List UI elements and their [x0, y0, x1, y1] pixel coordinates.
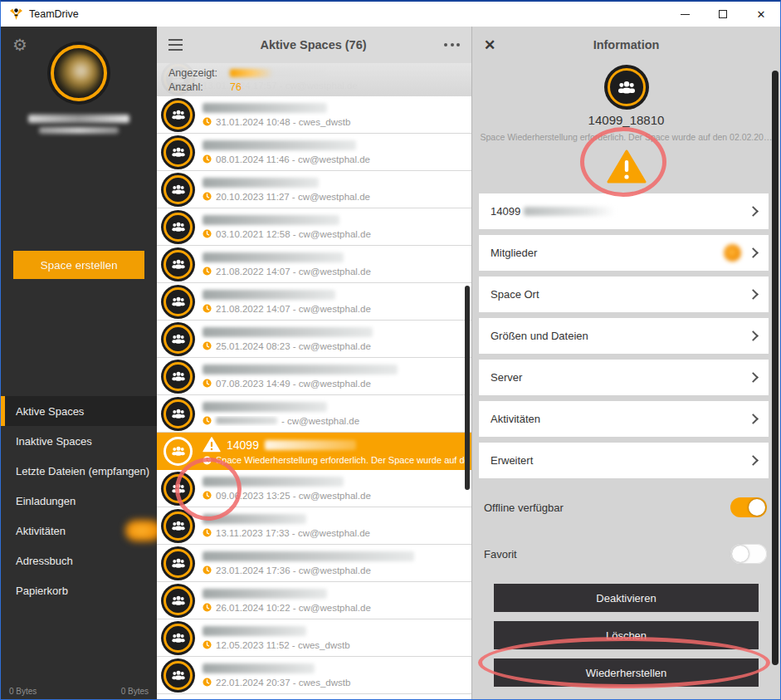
minimize-button[interactable]	[666, 2, 704, 27]
group-icon	[164, 586, 193, 615]
space-list-item-selected[interactable]: 14099 Space Wiederherstellung erforderli…	[157, 433, 471, 470]
clock-icon	[203, 379, 212, 388]
spaces-list-area: 140 13.01.2024 17:57 - cw@westphal.de An…	[157, 63, 471, 700]
space-title-redacted	[203, 140, 356, 150]
info-row-erweitert[interactable]: Erweitert	[479, 443, 769, 478]
info-row-aktivit-ten[interactable]: Aktivitäten	[479, 401, 769, 437]
sidebar-item-letzte-dateien-empfangen[interactable]: Letzte Dateien (empfangen)	[1, 456, 157, 486]
space-list-item[interactable]: 03.10.2021 12:58 - cw@westphal.de	[157, 208, 471, 246]
clock-icon	[203, 640, 212, 649]
hamburger-icon[interactable]	[168, 39, 183, 51]
group-icon	[164, 362, 193, 391]
info-row-server[interactable]: Server	[479, 360, 769, 395]
space-list-item[interactable]: 25.01.2024 08:23 - cw@westphal.de	[157, 321, 471, 358]
deaktivieren-button[interactable]: Deaktivieren	[494, 584, 759, 612]
space-date-user: 13.11.2023 17:33 - cw@westphal.de	[216, 528, 370, 538]
sidebar-item-einladungen[interactable]: Einladungen	[1, 486, 157, 516]
space-list-item[interactable]: 23.01.2024 17:36 - cw@westphal.de	[157, 545, 471, 582]
wiederherstellen-button[interactable]: Wiederherstellen	[494, 658, 759, 687]
more-options-icon[interactable]	[444, 43, 460, 47]
sidebar-item-aktive-spaces[interactable]: Aktive Spaces	[1, 396, 157, 426]
sidebar-item-papierkorb[interactable]: Papierkorb	[1, 575, 157, 605]
space-date-line: 26.01.2024 10:22 - cw@westphal.de	[203, 603, 465, 613]
space-list-item[interactable]: 07.08.2023 14:49 - cw@westphal.de	[157, 358, 471, 395]
chevron-right-icon	[748, 330, 759, 341]
sidebar-item-aktivit-ten[interactable]: Aktivitäten	[1, 516, 157, 546]
space-title-redacted	[203, 477, 344, 487]
clock-icon	[203, 565, 212, 575]
space-list-item[interactable]: 21.08.2022 14:07 - cw@westphal.de	[157, 283, 471, 321]
space-list-item[interactable]: 20.10.2023 11:27 - cw@westphal.de	[157, 171, 471, 208]
clock-icon	[203, 267, 212, 276]
sidebar-item-label: Aktive Spaces	[16, 405, 84, 418]
space-list-item[interactable]: 21.08.2022 14:07 - cw@westphal.de	[157, 246, 471, 283]
sidebar-item-label: Letzte Dateien (empfangen)	[16, 465, 149, 477]
people-group-glyph	[170, 330, 187, 347]
spaces-scrollbar-thumb[interactable]	[465, 286, 470, 490]
people-group-glyph	[170, 629, 187, 646]
group-icon	[164, 399, 193, 428]
space-list-item[interactable]: 31.01.2024 10:48 - cwes_dwstb	[157, 96, 471, 134]
info-row-label: Erweitert	[491, 454, 533, 467]
people-group-glyph	[170, 181, 187, 198]
space-list-item[interactable]: 13.11.2023 17:33 - cw@westphal.de	[157, 507, 471, 545]
people-group-glyph	[170, 405, 187, 422]
info-row-space-ort[interactable]: Space Ort	[479, 277, 769, 312]
people-group-glyph	[170, 293, 187, 310]
window-title: TeamDrive	[29, 8, 79, 20]
space-date-user: 09.06.2023 13:25 - cw@westphal.de	[216, 491, 371, 501]
space-row-content: 20.10.2023 11:27 - cw@westphal.de	[203, 178, 465, 202]
info-row-mitglieder[interactable]: Mitglieder	[479, 235, 769, 271]
create-space-button[interactable]: Space erstellen	[13, 251, 144, 279]
group-icon	[164, 549, 193, 578]
user-avatar[interactable]	[51, 45, 107, 101]
close-button[interactable]: ✕	[742, 2, 780, 27]
space-date-line: 21.08.2022 14:07 - cw@westphal.de	[203, 304, 465, 314]
minimize-icon	[681, 14, 690, 15]
space-list-item[interactable]: 22.01.2024 20:37 - cwes_dwstb	[157, 657, 471, 694]
space-row-content: 25.01.2024 08:23 - cw@westphal.de	[203, 327, 465, 351]
space-warning-text: Space Wiederherstellung erforderlich. De…	[477, 132, 776, 142]
space-date-line: 07.08.2023 14:49 - cw@westphal.de	[203, 379, 465, 389]
space-title-redacted	[265, 440, 356, 450]
people-group-glyph	[170, 517, 187, 534]
sidebar-item-label: Adressbuch	[16, 555, 73, 567]
close-panel-icon[interactable]: ✕	[484, 37, 500, 54]
group-icon	[164, 138, 193, 167]
people-group-glyph	[616, 76, 637, 98]
space-date-line: 09.06.2023 13:25 - cw@westphal.de	[203, 491, 465, 501]
space-list-item[interactable]: 08.01.2024 11:46 - cw@westphal.de	[157, 134, 471, 171]
toggle-favorit[interactable]	[730, 544, 767, 564]
space-title-redacted	[203, 252, 344, 262]
space-date-line: 31.01.2024 10:48 - cwes_dwstb	[203, 117, 465, 127]
maximize-button[interactable]	[704, 2, 742, 27]
space-row-content: - cw@westphal.de	[203, 402, 465, 426]
chevron-right-icon	[748, 414, 759, 424]
space-row-content: 08.01.2024 11:46 - cw@westphal.de	[203, 140, 465, 164]
sidebar-item-adressbuch[interactable]: Adressbuch	[1, 546, 157, 575]
space-list-item[interactable]: 09.06.2023 13:25 - cw@westphal.de	[157, 470, 471, 507]
info-row-14099[interactable]: 14099	[479, 193, 769, 229]
space-warning-subtitle-text: Space Wiederherstellung erforderlich. De…	[216, 455, 465, 465]
shown-value-redacted	[230, 69, 273, 77]
gear-icon[interactable]: ⚙	[12, 35, 27, 55]
space-list-item[interactable]: 12.05.2023 11:52 - cwes_dwstb	[157, 619, 471, 657]
chevron-right-icon	[748, 455, 759, 466]
info-scrollbar-thumb[interactable]	[772, 71, 779, 665]
group-icon	[164, 287, 193, 316]
info-row-gr-en-und-dateien[interactable]: Größen und Dateien	[479, 318, 769, 354]
group-icon	[164, 474, 193, 503]
space-date-line: 12.05.2023 11:52 - cwes_dwstb	[203, 640, 465, 650]
clock-icon	[203, 678, 212, 687]
space-title-redacted	[203, 626, 306, 636]
people-group-glyph	[170, 592, 187, 609]
sidebar-item-inaktive-spaces[interactable]: Inaktive Spaces	[1, 426, 157, 456]
clock-icon	[203, 528, 212, 537]
space-list-item[interactable]: - cw@westphal.de	[157, 395, 471, 433]
space-title-line: 14099	[203, 437, 465, 453]
space-list-item[interactable]: 26.01.2024 10:22 - cw@westphal.de	[157, 582, 471, 619]
space-row-content: 12.05.2023 11:52 - cwes_dwstb	[203, 626, 465, 650]
space-date-line: 23.01.2024 17:36 - cw@westphal.de	[203, 565, 465, 575]
l-schen-button[interactable]: Löschen	[494, 621, 759, 649]
toggle-offline-verf-gbar[interactable]	[730, 497, 767, 517]
